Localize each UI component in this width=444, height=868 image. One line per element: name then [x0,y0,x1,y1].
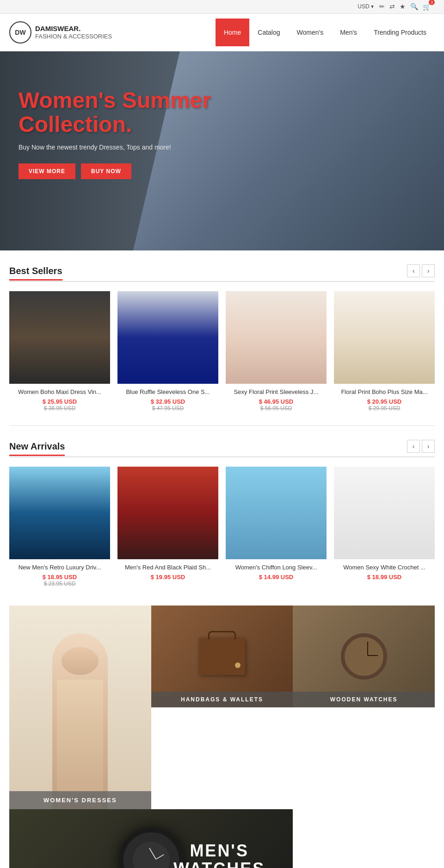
product-card[interactable]: Women Sexy White Crochet ... $ 18.99 USD [334,467,435,587]
new-arrivals-section: New Arrivals ‹ › New Men's Retro Luxury … [0,426,444,601]
hero-banner: Women's Summer Collection. Buy Now the n… [0,51,444,250]
best-sellers-next[interactable]: › [422,264,435,277]
product-card[interactable]: Sexy Floral Print Sleeveless J... $ 46.9… [226,291,327,412]
product-price-current: $ 19.95 USD [117,574,218,581]
product-name: Sexy Floral Print Sleeveless J... [226,388,327,395]
category-womens-dresses-label: WOMEN'S DRESSES [9,791,151,809]
product-name: Women Boho Maxi Dress Vin... [9,388,110,395]
product-price-original: $ 29.95 USD [334,405,435,412]
product-card[interactable]: Women's Chiffon Long Sleev... $ 14.99 US… [226,467,327,587]
product-image [334,291,435,384]
product-card[interactable]: Blue Ruffle Sleeveless One S... $ 32.95 … [117,291,218,412]
new-arrivals-title: New Arrivals [9,441,65,456]
product-price-original: $ 38.95 USD [9,405,110,412]
view-more-button[interactable]: VIEW MORE [18,163,75,179]
best-sellers-prev[interactable]: ‹ [407,264,420,277]
product-name: Floral Print Boho Plus Size Ma... [334,388,435,395]
cart-icon[interactable]: 🛒3 [423,3,437,11]
product-price-current: $ 14.99 USD [226,574,327,581]
buy-now-button[interactable]: BUY NOW [81,163,131,179]
category-banners: HANDBAGS & WALLETS WOODEN WATCHES WOMEN'… [9,606,435,868]
category-womens-dresses[interactable]: WOMEN'S DRESSES [9,606,151,809]
product-image [9,291,110,384]
best-sellers-header: Best Sellers ‹ › [9,264,435,282]
currency-selector[interactable]: USD ▾ [358,3,374,10]
product-price-current: $ 18.99 USD [334,574,435,581]
hero-buttons: VIEW MORE BUY NOW [18,163,250,179]
product-card[interactable]: Women Boho Maxi Dress Vin... $ 25.95 USD… [9,291,110,412]
edit-icon[interactable]: ✏ [379,3,385,10]
top-bar: USD ▾ ✏ ⇄ ★ 🔍 🛒3 [0,0,444,14]
product-name: Men's Red And Black Plaid Sh... [117,564,218,571]
product-name: New Men's Retro Luxury Driv... [9,564,110,571]
product-price-current: $ 32.95 USD [117,398,218,405]
top-bar-icons: ✏ ⇄ ★ 🔍 🛒3 [379,3,437,11]
product-card[interactable]: Men's Red And Black Plaid Sh... $ 19.95 … [117,467,218,587]
category-wooden-watches-label: WOODEN WATCHES [293,692,435,707]
new-arrivals-next[interactable]: › [422,440,435,453]
category-mens-watches[interactable]: MEN'SWATCHES [9,809,293,868]
hero-content: Women's Summer Collection. Buy Now the n… [18,88,250,180]
category-handbags-label: HANDBAGS & WALLETS [151,692,293,707]
nav-item-mens[interactable]: Men's [332,19,365,46]
wishlist-icon[interactable]: ★ [400,3,406,10]
header: DW DAMISWEAR. FASHION & ACCESSORIES Home… [0,14,444,51]
cart-badge: 3 [429,0,435,5]
product-name: Women Sexy White Crochet ... [334,564,435,571]
product-name: Women's Chiffon Long Sleev... [226,564,327,571]
best-sellers-title: Best Sellers [9,266,62,281]
new-arrivals-grid: New Men's Retro Luxury Driv... $ 18.95 U… [9,467,435,587]
product-image [226,291,327,384]
compare-icon[interactable]: ⇄ [389,3,395,10]
product-card[interactable]: New Men's Retro Luxury Driv... $ 18.95 U… [9,467,110,587]
best-sellers-nav: ‹ › [407,264,435,277]
nav-item-trending[interactable]: Trending Products [365,19,435,46]
nav-item-catalog[interactable]: Catalog [249,19,288,46]
best-sellers-grid: Women Boho Maxi Dress Vin... $ 25.95 USD… [9,291,435,412]
nav-item-home[interactable]: Home [216,19,249,46]
hero-subtitle: Buy Now the newest trendy Dresses, Tops … [18,143,176,152]
product-price-original: $ 47.95 USD [117,405,218,412]
best-sellers-section: Best Sellers ‹ › Women Boho Maxi Dress V… [0,250,444,425]
nav-item-womens[interactable]: Women's [289,19,332,46]
product-image [117,467,218,559]
category-wooden-watches[interactable]: WOODEN WATCHES [293,606,435,707]
product-card[interactable]: Floral Print Boho Plus Size Ma... $ 20.9… [334,291,435,412]
product-price-current: $ 25.95 USD [9,398,110,405]
product-name: Blue Ruffle Sleeveless One S... [117,388,218,395]
product-price-original: $ 56.95 USD [226,405,327,412]
category-handbags[interactable]: HANDBAGS & WALLETS [151,606,293,707]
product-image [226,467,327,559]
logo-text: DAMISWEAR. FASHION & ACCESSORIES [35,25,112,40]
logo-circle: DW [9,21,31,44]
mens-watches-label: MEN'SWATCHES [173,842,265,868]
product-image [117,291,218,384]
new-arrivals-prev[interactable]: ‹ [407,440,420,453]
product-image [334,467,435,559]
new-arrivals-header: New Arrivals ‹ › [9,440,435,457]
product-price-current: $ 20.95 USD [334,398,435,405]
product-image [9,467,110,559]
new-arrivals-nav: ‹ › [407,440,435,453]
product-price-current: $ 18.95 USD [9,574,110,581]
search-icon[interactable]: 🔍 [410,3,418,10]
hero-title: Women's Summer Collection. [18,88,250,137]
main-nav: Home Catalog Women's Men's Trending Prod… [216,19,435,46]
logo[interactable]: DW DAMISWEAR. FASHION & ACCESSORIES [9,21,112,44]
product-price-current: $ 46.95 USD [226,398,327,405]
product-price-original: $ 23.95 USD [9,581,110,587]
